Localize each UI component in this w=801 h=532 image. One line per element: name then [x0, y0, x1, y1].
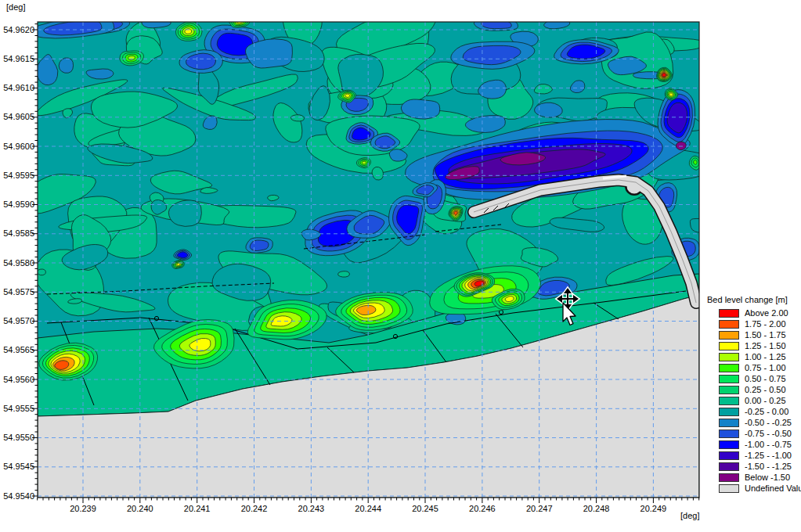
- y-tick-label: 54.9615: [0, 54, 34, 64]
- y-tick-label: 54.9550: [0, 433, 34, 443]
- y-tick-label: 54.9560: [0, 375, 34, 385]
- legend-row: Above 2.00: [707, 307, 801, 318]
- y-tick-label: 54.9600: [0, 142, 34, 152]
- legend-swatch: [719, 386, 739, 394]
- legend-row-label: 1.00 - 1.25: [745, 352, 786, 361]
- x-tick-label: 20.239: [58, 504, 108, 514]
- y-tick-label: 54.9555: [0, 404, 34, 414]
- legend-row: 0.00 - 0.25: [707, 395, 801, 406]
- legend-row-label: -1.50 - -1.25: [745, 462, 792, 471]
- legend-swatch: [719, 462, 739, 471]
- legend-swatch: [719, 430, 739, 438]
- y-tick-label: 54.9575: [0, 287, 34, 297]
- y-tick-label: 54.9565: [0, 345, 34, 355]
- y-tick-label: 54.9610: [0, 83, 34, 93]
- legend-swatch: [719, 353, 739, 361]
- legend-row: -0.75 - -0.50: [707, 428, 801, 439]
- bed-level-change-plot-window: [deg] 54.962054.961554.961054.960554.960…: [0, 0, 801, 532]
- legend-row-label: -0.50 - -0.25: [745, 418, 792, 427]
- legend-row: 0.25 - 0.50: [707, 384, 801, 395]
- legend-row-label: 0.25 - 0.50: [745, 385, 786, 394]
- map-area: [23, 0, 714, 498]
- legend-row: -1.50 - -1.25: [707, 461, 801, 472]
- legend-swatch: [719, 408, 739, 416]
- legend-row: 1.25 - 1.50: [707, 340, 801, 351]
- y-tick-label: 54.9540: [0, 491, 34, 501]
- x-tick-label: 20.241: [172, 504, 222, 514]
- y-tick-label: 54.9590: [0, 200, 34, 210]
- x-tick-label: 20.247: [514, 504, 565, 514]
- legend-row-label: 1.75 - 2.00: [745, 319, 786, 329]
- legend-row: 0.50 - 0.75: [707, 373, 801, 384]
- contour-map-canvas[interactable]: [0, 0, 801, 532]
- x-tick-label: 20.244: [343, 504, 393, 514]
- legend-swatch: [719, 309, 739, 318]
- legend-row-label: Below -1.50: [745, 473, 790, 482]
- legend-swatch: [719, 419, 739, 427]
- legend-row-label: 0.75 - 1.00: [745, 363, 786, 372]
- legend-swatch: [719, 342, 739, 350]
- legend-row: 1.75 - 2.00: [707, 318, 801, 329]
- y-tick-label: 54.9595: [0, 171, 34, 181]
- legend-row-label: -1.00 - -0.75: [745, 440, 792, 449]
- legend-row-label: 0.00 - 0.25: [745, 396, 786, 405]
- legend-row-label: -0.25 - 0.00: [745, 407, 788, 416]
- x-tick-label: 20.243: [286, 504, 336, 514]
- legend-row: -0.25 - 0.00: [707, 406, 801, 417]
- legend-row-label: 1.50 - 1.75: [745, 330, 786, 340]
- legend-swatch: [719, 440, 739, 449]
- y-tick-label: 54.9585: [0, 228, 34, 239]
- legend-row: 0.75 - 1.00: [707, 362, 801, 373]
- x-axis-unit-label: [deg]: [680, 511, 699, 520]
- legend-swatch: [719, 484, 739, 493]
- legend-swatch: [719, 320, 739, 329]
- y-tick-label: 54.9620: [0, 25, 34, 35]
- legend-row: -1.25 - -1.00: [707, 450, 801, 461]
- x-tick-label: 20.240: [115, 504, 165, 514]
- y-tick-label: 54.9605: [0, 112, 34, 122]
- legend-row: -0.50 - -0.25: [707, 417, 801, 428]
- legend-rows: Above 2.001.75 - 2.001.50 - 1.751.25 - 1…: [707, 307, 801, 494]
- x-tick-label: 20.249: [628, 504, 678, 514]
- legend-swatch: [719, 331, 739, 340]
- legend-row-label: -1.25 - -1.00: [745, 451, 792, 460]
- legend-row-label: Above 2.00: [745, 308, 788, 318]
- legend-swatch: [719, 451, 739, 460]
- y-tick-label: 54.9545: [0, 462, 34, 472]
- y-tick-label: 54.9570: [0, 316, 34, 326]
- legend-row-label: Undefined Value: [745, 483, 801, 493]
- legend-row: Below -1.50: [707, 472, 801, 483]
- legend-title: Bed level change [m]: [707, 295, 801, 304]
- legend-swatch: [719, 397, 739, 405]
- legend-row: 1.50 - 1.75: [707, 329, 801, 340]
- legend-row-label: -0.75 - -0.50: [745, 429, 792, 438]
- x-tick-label: 20.246: [457, 504, 507, 514]
- legend: Bed level change [m] Above 2.001.75 - 2.…: [707, 295, 801, 494]
- legend-row-label: 0.50 - 0.75: [745, 374, 786, 383]
- legend-swatch: [719, 364, 739, 372]
- x-tick-label: 20.242: [229, 504, 280, 514]
- legend-row-label: 1.25 - 1.50: [745, 341, 786, 350]
- legend-row: -1.00 - -0.75: [707, 439, 801, 450]
- x-tick-label: 20.248: [572, 504, 622, 514]
- legend-row: 1.00 - 1.25: [707, 351, 801, 362]
- legend-row: Undefined Value: [707, 483, 801, 494]
- legend-swatch: [719, 375, 739, 383]
- y-tick-label: 54.9580: [0, 258, 34, 268]
- legend-swatch: [719, 473, 739, 482]
- x-tick-label: 20.245: [400, 504, 450, 514]
